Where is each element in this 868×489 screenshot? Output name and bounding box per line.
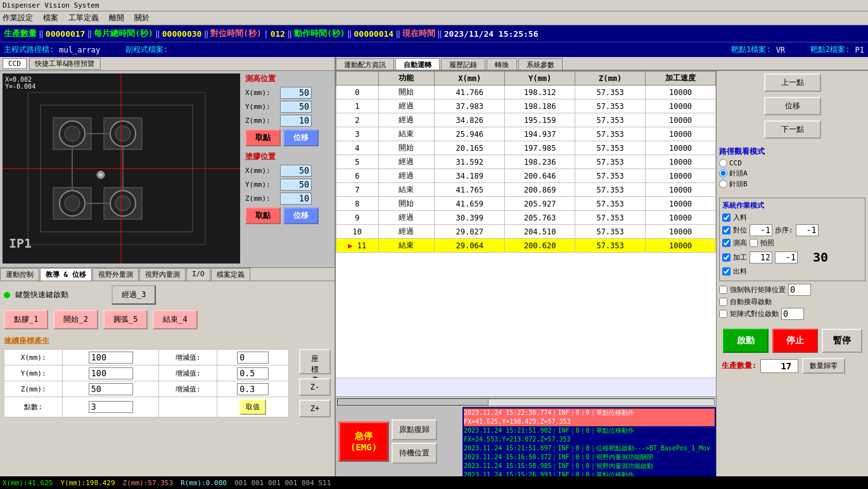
pause-btn[interactable]: 暫停 bbox=[822, 329, 862, 353]
table-row[interactable]: 6經過34.189200.64657.35310000 bbox=[336, 169, 716, 183]
mh-x-input[interactable] bbox=[280, 87, 312, 99]
dot-glue-btn[interactable]: 點膠_1 bbox=[4, 310, 48, 329]
process-check[interactable] bbox=[722, 253, 731, 262]
menu-item-file[interactable]: 檔案 bbox=[43, 13, 58, 23]
path-headA-radio-input[interactable] bbox=[719, 169, 727, 177]
force-matrix-check[interactable] bbox=[719, 286, 727, 294]
top-statusbar: 生產數量 ‖ 00000017 ‖ 每片總時間(秒) ‖ 00000030 ‖ … bbox=[0, 25, 868, 42]
path-headB-radio-input[interactable] bbox=[719, 180, 727, 188]
tab-motion-ctrl[interactable]: 運動控制 bbox=[0, 268, 39, 281]
big-number: 30 bbox=[805, 250, 828, 265]
log-line: 2023.11.24 15:22:30.774｜INF｜0｜0｜單點位移動作FX… bbox=[464, 409, 715, 426]
y-inc-input[interactable] bbox=[237, 367, 269, 379]
table-scrollbar[interactable] bbox=[336, 397, 716, 407]
gp-x-input[interactable] bbox=[280, 165, 312, 177]
force-matrix-value[interactable] bbox=[788, 284, 811, 296]
quick-tab[interactable]: 快捷工單&路徑預覽 bbox=[29, 58, 101, 70]
table-row[interactable]: 8開始41.659205.92757.35310000 bbox=[336, 197, 716, 211]
photo-check[interactable] bbox=[750, 239, 758, 247]
take-point-btn-2[interactable]: 取點 bbox=[245, 207, 281, 224]
z-minus-btn[interactable]: Z- bbox=[299, 378, 331, 396]
z-coord-input[interactable] bbox=[89, 383, 133, 395]
x-coord-input[interactable] bbox=[89, 352, 133, 364]
right-controls: 上一點 位移 下一點 路徑觀看模式 CCD 針 bbox=[716, 71, 868, 476]
z-plus-btn[interactable]: Z+ bbox=[299, 400, 331, 417]
gp-z-input[interactable] bbox=[280, 193, 312, 205]
gp-y-input[interactable] bbox=[280, 179, 312, 191]
table-row[interactable]: 4開始20.165197.98557.35310000 bbox=[336, 141, 716, 155]
title-text: Dispenser Vision System bbox=[3, 1, 99, 10]
get-value-btn[interactable]: 取值 bbox=[239, 399, 266, 415]
prod-count-value: 00000017 bbox=[46, 29, 86, 39]
x-coord-label: X(mm): bbox=[4, 350, 63, 365]
tab-internal-meas[interactable]: 視野內量測 bbox=[139, 268, 186, 281]
align-check[interactable] bbox=[722, 226, 731, 234]
move-point-btn[interactable]: 位移 bbox=[764, 97, 821, 115]
table-row[interactable]: ▶ 11結束29.064200.62057.35310000 bbox=[336, 239, 716, 253]
step-value-input[interactable] bbox=[796, 224, 819, 236]
table-row[interactable]: 2經過34.826195.15957.35310000 bbox=[336, 113, 716, 127]
count-input[interactable] bbox=[89, 401, 133, 413]
table-row[interactable]: 0開始41.766198.31257.35310000 bbox=[336, 86, 716, 99]
emg-btn[interactable]: 急停(EMG) bbox=[338, 421, 389, 462]
prod-count-input[interactable] bbox=[760, 359, 798, 373]
table-row[interactable]: 10經過29.027204.51057.35310000 bbox=[336, 225, 716, 239]
stop-btn[interactable]: 停止 bbox=[772, 329, 818, 353]
col-speed: 加工速度 bbox=[646, 72, 716, 86]
arc-btn[interactable]: 圓弧_5 bbox=[103, 310, 148, 329]
prev-point-btn[interactable]: 上一點 bbox=[764, 73, 821, 92]
tab-motion-recipe[interactable]: 運動配方資訊 bbox=[336, 58, 394, 70]
path-headA-label: 針頭A bbox=[729, 168, 748, 178]
process-val2[interactable] bbox=[775, 251, 798, 264]
next-point-btn[interactable]: 下一點 bbox=[764, 120, 821, 139]
right-panel: 運動配方資訊 自動運轉 履歷記錄 轉換 系統參數 bbox=[336, 57, 868, 476]
reset-count-btn[interactable]: 數量歸零 bbox=[802, 358, 845, 374]
table-row[interactable]: 3結束25.946194.93757.35310000 bbox=[336, 127, 716, 141]
menu-item-about[interactable]: 關於 bbox=[134, 13, 150, 23]
matrix-align-value[interactable] bbox=[781, 308, 804, 320]
x-inc-input[interactable] bbox=[237, 352, 269, 364]
table-row[interactable]: 7結束41.765200.86957.35310000 bbox=[336, 183, 716, 197]
center-content: 功能 X(mm) Y(mm) Z(mm) 加工速度 0開始41.766198.3… bbox=[336, 71, 868, 476]
table-row[interactable]: 5經過31.592198.23657.35310000 bbox=[336, 155, 716, 169]
output-check[interactable] bbox=[722, 267, 731, 276]
table-row[interactable]: 9經過30.399205.76357.35310000 bbox=[336, 211, 716, 225]
move-btn-1[interactable]: 位移 bbox=[283, 129, 319, 146]
menu-item-workorder[interactable]: 工單定義 bbox=[68, 13, 99, 23]
tab-auto-run[interactable]: 自動運轉 bbox=[395, 58, 440, 70]
z-inc-input[interactable] bbox=[237, 383, 269, 395]
tab-file-def[interactable]: 檔案定義 bbox=[211, 268, 250, 281]
bstatus-y-value: 198.429 bbox=[86, 479, 115, 487]
tab-convert[interactable]: 轉換 bbox=[487, 58, 517, 70]
menu-item-settings[interactable]: 作業設定 bbox=[3, 13, 33, 23]
input-feed-check[interactable] bbox=[722, 213, 731, 222]
tab-io[interactable]: I/O bbox=[186, 268, 210, 281]
ccd-tab[interactable]: CCD bbox=[3, 58, 27, 69]
align-value-input[interactable] bbox=[750, 224, 772, 236]
mh-z-input[interactable] bbox=[280, 115, 312, 127]
start-btn[interactable]: 啟動 bbox=[723, 329, 769, 353]
meas-height-check[interactable] bbox=[722, 239, 731, 247]
start-point-btn[interactable]: 開始_2 bbox=[53, 310, 98, 329]
y-coord-label: Y(mm): bbox=[4, 365, 63, 381]
y-coord-input[interactable] bbox=[89, 367, 133, 379]
mh-y-input[interactable] bbox=[280, 101, 312, 113]
pass-btn[interactable]: 經過_3 bbox=[112, 285, 156, 305]
matrix-align-check[interactable] bbox=[719, 310, 727, 318]
standby-btn[interactable]: 待機位置 bbox=[392, 443, 437, 464]
end-btn[interactable]: 結束_4 bbox=[153, 310, 197, 329]
take-point-btn-1[interactable]: 取點 bbox=[245, 129, 281, 146]
tab-teach[interactable]: 教導 & 位移 bbox=[40, 268, 92, 281]
col-func: 功能 bbox=[378, 72, 435, 86]
coord-gen-btn[interactable]: 座標產生 bbox=[299, 349, 331, 374]
tab-external-meas[interactable]: 視野外量測 bbox=[93, 268, 139, 281]
process-val1[interactable] bbox=[750, 251, 772, 264]
menu-item-exit[interactable]: 離開 bbox=[109, 13, 124, 23]
restore-btn[interactable]: 原點復歸 bbox=[392, 419, 437, 440]
path-ccd-radio-input[interactable] bbox=[719, 159, 727, 167]
auto-search-check[interactable] bbox=[719, 298, 727, 306]
tab-sys-params[interactable]: 系統參數 bbox=[518, 58, 563, 70]
tab-history[interactable]: 履歷記錄 bbox=[441, 58, 485, 70]
move-btn-2[interactable]: 位移 bbox=[283, 207, 319, 224]
table-row[interactable]: 1經過37.983198.18657.35310000 bbox=[336, 99, 716, 113]
